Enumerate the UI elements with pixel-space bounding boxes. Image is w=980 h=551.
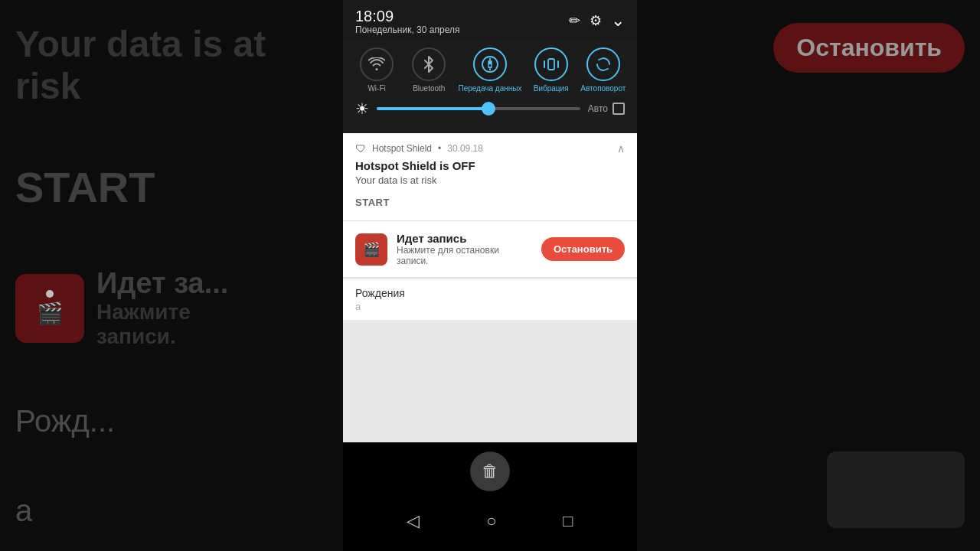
bg-recording-title: Идет за... xyxy=(96,267,228,300)
rec-camera-icon: 🎬 xyxy=(363,241,380,258)
rec-text: Идет запись Нажмите для остановки записи… xyxy=(397,232,532,266)
bg-recording-texts: Идет за... Нажмите записи. xyxy=(96,267,228,349)
trash-icon: 🗑 xyxy=(482,461,498,481)
edit-icon[interactable]: ✏ xyxy=(569,12,580,29)
clock: 18:09 xyxy=(355,8,459,24)
notif-body: Your data is at risk xyxy=(355,174,625,186)
wifi-tile-icon xyxy=(360,47,394,81)
data-label: Передача данных xyxy=(458,84,521,93)
phone-frame: 18:09 Понедельник, 30 апреля ✏ ⚙ ⌄ xyxy=(343,0,637,551)
brightness-thumb xyxy=(482,102,495,116)
brightness-fill xyxy=(377,107,488,110)
trash-container: 🗑 xyxy=(470,442,510,500)
status-time: 18:09 Понедельник, 30 апреля xyxy=(355,8,459,35)
rec-body: Нажмите для остановки записи. xyxy=(397,245,532,266)
bg-start-text: START xyxy=(15,162,328,212)
autorotate-tile-icon xyxy=(586,47,620,81)
home-button[interactable]: ○ xyxy=(482,507,501,536)
autorotate-label: Автоповорот xyxy=(580,84,626,93)
hotspot-notification[interactable]: 🛡 Hotspot Shield • 30.09.18 ∧ Hotspot Sh… xyxy=(343,133,637,221)
brightness-slider[interactable] xyxy=(377,107,580,110)
brightness-auto-label: Авто xyxy=(588,103,608,114)
date: Понедельник, 30 апреля xyxy=(355,24,459,35)
quick-tile-wifi[interactable]: Wi-Fi xyxy=(354,47,400,93)
rec-stop-button[interactable]: Остановить xyxy=(541,237,625,261)
bg-risk-text: Your data is at risk xyxy=(15,23,328,107)
svg-line-8 xyxy=(599,58,603,60)
bg-stop-button: Остановить xyxy=(773,23,965,73)
bg-recording-section: 🎬 Идет за... Нажмите записи. xyxy=(15,267,328,349)
notif-dot: • xyxy=(438,143,441,154)
bg-recording-body: Нажмите xyxy=(96,300,228,324)
notifications-area: 🛡 Hotspot Shield • 30.09.18 ∧ Hotspot Sh… xyxy=(343,133,637,442)
back-button[interactable]: ◁ xyxy=(402,507,424,536)
status-icons: ✏ ⚙ ⌄ xyxy=(569,8,625,31)
rec-app-icon: 🎬 xyxy=(355,233,387,266)
notif-expand-icon[interactable]: ∧ xyxy=(617,142,625,155)
brightness-row: ☀ Авто xyxy=(343,93,637,124)
quick-settings-panel: Wi-Fi Bluetooth xyxy=(343,40,637,133)
bg-roj: Рожд... xyxy=(15,404,328,439)
shield-icon: 🛡 xyxy=(355,142,366,155)
bg-camera-icon: 🎬 xyxy=(37,301,64,326)
bg-rec-icon: 🎬 xyxy=(15,274,84,343)
bg-right-panel: Остановить xyxy=(637,0,980,551)
rec-title: Идет запись xyxy=(397,232,532,245)
svg-rect-5 xyxy=(548,59,554,70)
wifi-label: Wi-Fi xyxy=(368,84,385,93)
svg-line-9 xyxy=(603,69,608,70)
recents-button[interactable]: □ xyxy=(558,507,577,536)
notif-app-name: Hotspot Shield xyxy=(372,143,432,154)
status-bar: 18:09 Понедельник, 30 апреля ✏ ⚙ ⌄ xyxy=(343,0,637,40)
data-tile-icon xyxy=(473,47,507,81)
phone-bottom: 🗑 ◁ ○ □ xyxy=(343,442,637,551)
vibration-tile-icon xyxy=(534,47,568,81)
bg-left-panel: Your data is at risk START 🎬 Идет за... … xyxy=(0,0,343,551)
bluetooth-tile-icon xyxy=(412,47,446,81)
chevron-down-icon[interactable]: ⌄ xyxy=(611,11,625,31)
quick-tile-autorotate[interactable]: Автоповорот xyxy=(580,47,626,93)
notif-start-button[interactable]: START xyxy=(355,194,390,211)
quick-tiles: Wi-Fi Bluetooth xyxy=(343,47,637,93)
brightness-auto: Авто xyxy=(588,103,625,115)
quick-tile-bluetooth[interactable]: Bluetooth xyxy=(406,47,452,93)
auto-checkbox[interactable] xyxy=(612,103,625,115)
notif-title: Hotspot Shield is OFF xyxy=(355,159,625,172)
partial-card-text: Рождения xyxy=(355,287,625,299)
trash-button[interactable]: 🗑 xyxy=(470,452,510,491)
bg-roj2: а xyxy=(15,494,328,528)
bg-recording-body2: записи. xyxy=(96,324,228,349)
nav-bar: ◁ ○ □ xyxy=(343,500,637,542)
bg-bottom-card xyxy=(827,452,965,528)
partial-card-sub: а xyxy=(355,301,625,312)
notif-time: 30.09.18 xyxy=(447,143,483,154)
vibration-label: Вибрация xyxy=(534,84,569,93)
partial-card: Рождения а xyxy=(343,279,637,320)
notif-header: 🛡 Hotspot Shield • 30.09.18 ∧ xyxy=(355,142,625,155)
quick-tile-vibration[interactable]: Вибрация xyxy=(528,47,574,93)
recording-notification[interactable]: 🎬 Идет запись Нажмите для остановки запи… xyxy=(343,221,637,278)
settings-icon[interactable]: ⚙ xyxy=(590,12,602,29)
bluetooth-label: Bluetooth xyxy=(413,84,445,93)
quick-tile-data[interactable]: Передача данных xyxy=(458,47,521,93)
brightness-icon: ☀ xyxy=(355,99,369,118)
